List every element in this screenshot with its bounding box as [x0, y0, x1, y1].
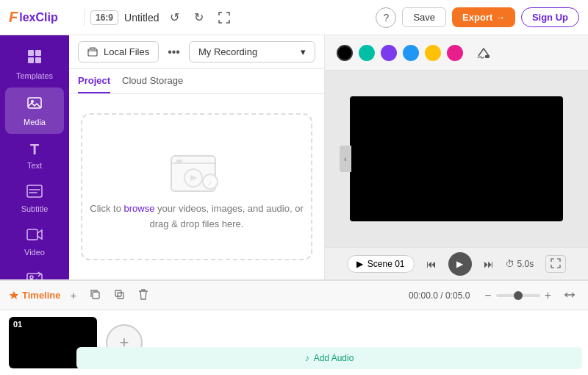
svg-rect-27 [118, 293, 123, 299]
scene-label: Scene 01 [368, 259, 405, 269]
sidebar-item-subtitle[interactable]: Subtitle [5, 177, 64, 221]
timeline-copy-button[interactable] [86, 287, 104, 304]
panel-header: Local Files ••• My Recording ▾ [69, 35, 324, 69]
svg-marker-24 [10, 291, 18, 299]
dropzone[interactable]: ♪ Click to browse your videos, images, a… [81, 113, 312, 260]
sidebar-item-text[interactable]: T Text [5, 134, 64, 177]
timeline-label: Timeline [9, 290, 61, 301]
timeline-zoom: − + [484, 289, 551, 302]
add-audio-button[interactable]: ♪ Add Audio [76, 347, 582, 369]
redo-button[interactable]: ↻ [190, 7, 208, 27]
sidebar-item-media[interactable]: Media [5, 88, 64, 134]
svg-rect-0 [28, 50, 34, 56]
svg-rect-23 [485, 55, 490, 58]
project-title: Untitled [124, 12, 159, 24]
subtitle-icon [26, 185, 43, 201]
video-preview [350, 96, 563, 221]
color-swatch-black[interactable] [337, 45, 353, 61]
playbar: ▶ Scene 01 ⏮ ▶ ⏭ ⏱ 5.0s [325, 247, 588, 279]
timeline-time: 00:00.0 / 0:05.0 [409, 290, 470, 301]
skip-forward-button[interactable]: ⏭ [484, 258, 494, 270]
sidebar-item-templates[interactable]: Templates [5, 41, 64, 88]
color-swatch-purple[interactable] [381, 45, 397, 61]
local-files-label: Local Files [104, 46, 149, 57]
text-icon: T [30, 141, 39, 158]
sidebar-label-subtitle: Subtitle [21, 204, 49, 213]
logo-f: F [9, 9, 18, 26]
music-icon: ♪ [305, 353, 309, 363]
browse-link[interactable]: browse [123, 203, 154, 214]
color-toolbar [325, 35, 588, 71]
svg-rect-25 [93, 292, 99, 299]
clock-icon: ⏱ [506, 259, 514, 269]
timeline-text: Timeline [22, 290, 61, 301]
svg-rect-1 [35, 50, 41, 56]
sidebar-label-video: Video [24, 248, 45, 257]
add-audio-container: ♪ Add Audio [76, 347, 582, 369]
canvas-preview: ‹ [325, 71, 588, 247]
video-icon [26, 228, 43, 245]
zoom-out-button[interactable]: − [484, 289, 491, 302]
timeline-header: Timeline + 00:00.0 / 0:05.0 − + [0, 281, 588, 310]
save-button[interactable]: Save [402, 7, 446, 27]
tab-cloud-storage[interactable]: Cloud Storage [122, 75, 183, 93]
play-small-icon: ▶ [356, 259, 363, 269]
more-button[interactable]: ••• [165, 43, 183, 62]
duration-display: ⏱ 5.0s [506, 259, 534, 269]
color-swatch-blue[interactable] [403, 45, 419, 61]
sidebar-item-video[interactable]: Video [5, 221, 64, 264]
fill-tool-button[interactable] [472, 43, 495, 63]
fullscreen-button[interactable] [214, 9, 234, 26]
chevron-down-icon: ▾ [301, 46, 306, 57]
sidebar-label-templates: Templates [16, 71, 53, 80]
timeline: Timeline + 00:00.0 / 0:05.0 − + 01 + [0, 279, 588, 375]
export-button[interactable]: Export → [452, 7, 515, 27]
drop-text-prefix: Click to [90, 203, 123, 214]
recording-label: My Recording [198, 46, 257, 57]
color-swatch-pink[interactable] [447, 45, 463, 61]
svg-rect-7 [27, 229, 37, 240]
topbar-divider [84, 9, 85, 26]
undo-button[interactable]: ↺ [165, 7, 184, 27]
aspect-ratio-badge: 16:9 [90, 10, 118, 25]
svg-rect-6 [27, 185, 42, 197]
collapse-panel-button[interactable]: ‹ [340, 146, 351, 172]
duration-value: 5.0s [517, 259, 534, 269]
tab-project[interactable]: Project [78, 75, 110, 93]
timeline-add-button[interactable]: + [67, 287, 81, 304]
zoom-slider[interactable] [496, 294, 540, 297]
media-panel: Local Files ••• My Recording ▾ Project C… [69, 35, 325, 279]
sidebar-label-media: Media [24, 118, 46, 126]
svg-rect-16 [88, 49, 97, 56]
color-swatch-yellow[interactable] [425, 45, 441, 61]
svg-rect-3 [35, 57, 41, 63]
svg-text:♪: ♪ [207, 177, 212, 188]
timeline-duplicate-button[interactable] [110, 287, 129, 304]
panel-content: ♪ Click to browse your videos, images, a… [69, 94, 324, 279]
logo-rest: lexClip [19, 11, 57, 24]
sidebar: Templates Media T Text Subtitle Video [0, 35, 69, 279]
drop-zone-text: Click to browse your videos, images, and… [82, 201, 311, 232]
zoom-thumb [514, 291, 523, 300]
zoom-in-button[interactable]: + [545, 289, 551, 302]
media-icon [26, 95, 43, 115]
sidebar-item-photo[interactable]: Photo [5, 264, 64, 279]
drop-text-suffix: your videos, images, and audio, or drag … [150, 203, 304, 229]
sidebar-label-text: Text [27, 161, 42, 170]
svg-rect-18 [176, 160, 182, 162]
logo: F lexClip [9, 9, 78, 26]
timeline-delete-button[interactable] [135, 287, 152, 304]
topbar-right: ? Save Export → Sign Up [376, 7, 579, 28]
scene-button[interactable]: ▶ Scene 01 [347, 255, 415, 273]
timeline-expand-button[interactable] [560, 287, 579, 304]
help-button[interactable]: ? [376, 7, 396, 28]
panel-tabs: Project Cloud Storage [69, 69, 324, 94]
play-button[interactable]: ▶ [448, 252, 472, 276]
skip-back-button[interactable]: ⏮ [426, 258, 437, 270]
color-swatch-teal[interactable] [359, 45, 375, 61]
expand-preview-button[interactable] [545, 255, 566, 273]
local-files-button[interactable]: Local Files [78, 41, 159, 63]
photo-icon [26, 271, 43, 279]
recording-button[interactable]: My Recording ▾ [189, 41, 315, 63]
signup-button[interactable]: Sign Up [521, 7, 579, 27]
